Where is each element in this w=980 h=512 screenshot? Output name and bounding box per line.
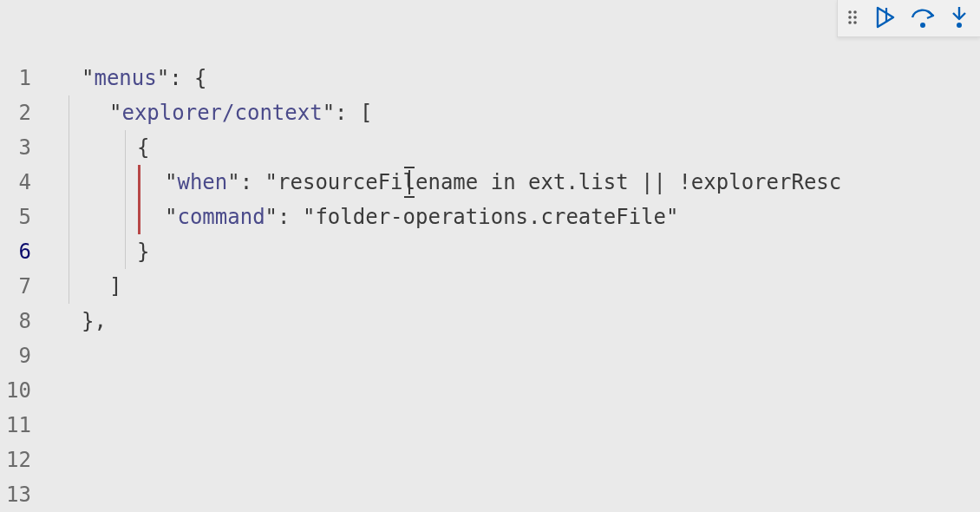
line-number: 1 xyxy=(0,61,31,95)
code-line[interactable]: }, xyxy=(38,304,980,338)
drag-handle-icon[interactable] xyxy=(846,8,862,27)
code-line[interactable]: "explorer/context": [ xyxy=(38,95,980,130)
editor-toolbar xyxy=(837,0,980,37)
svg-point-1 xyxy=(853,10,857,14)
code-line[interactable]: ] xyxy=(38,269,980,304)
code-line[interactable] xyxy=(38,373,980,408)
step-into-icon[interactable] xyxy=(949,5,970,30)
run-debug-icon[interactable] xyxy=(874,5,897,30)
line-number: 4 xyxy=(0,165,31,200)
line-number: 7 xyxy=(0,269,31,304)
code-content xyxy=(38,482,54,507)
line-number: 11 xyxy=(0,408,31,443)
svg-point-5 xyxy=(853,21,857,24)
line-number: 2 xyxy=(0,95,31,130)
code-content: } xyxy=(38,240,149,264)
code-line[interactable]: "when": "resourceFilename in ext.list ||… xyxy=(38,165,980,200)
line-number: 6 xyxy=(0,234,31,269)
code-content xyxy=(38,378,54,403)
code-content: "when": "resourceFilename in ext.list ||… xyxy=(38,170,841,194)
code-line[interactable] xyxy=(38,408,980,443)
code-content: "explorer/context": [ xyxy=(38,101,372,125)
line-number: 8 xyxy=(0,304,31,338)
svg-point-7 xyxy=(920,23,925,28)
line-number: 10 xyxy=(0,373,31,408)
code-area[interactable]: "menus": {"explorer/context": [{"when": … xyxy=(38,61,980,512)
line-number: 13 xyxy=(0,477,31,512)
code-line[interactable]: { xyxy=(38,130,980,165)
code-content: }, xyxy=(38,309,107,333)
svg-point-2 xyxy=(848,16,852,19)
code-line[interactable] xyxy=(38,477,980,512)
code-line[interactable] xyxy=(38,443,980,477)
svg-point-4 xyxy=(848,21,852,24)
code-content: ] xyxy=(38,274,121,299)
code-content: "command": "folder-operations.createFile… xyxy=(38,205,678,229)
step-over-icon[interactable] xyxy=(909,5,937,30)
code-editor[interactable]: 12345678910111213 "menus": {"explorer/co… xyxy=(0,0,980,512)
line-number: 5 xyxy=(0,200,31,234)
svg-point-9 xyxy=(957,23,962,28)
line-number-gutter: 12345678910111213 xyxy=(0,61,38,512)
svg-point-3 xyxy=(853,16,857,19)
code-content xyxy=(38,344,54,368)
code-line[interactable]: "menus": { xyxy=(38,61,980,95)
svg-point-0 xyxy=(848,10,852,14)
code-content xyxy=(38,413,54,437)
line-number: 9 xyxy=(0,338,31,373)
line-number: 3 xyxy=(0,130,31,165)
line-number: 12 xyxy=(0,443,31,477)
code-line[interactable]: } xyxy=(38,234,980,269)
code-content: { xyxy=(38,135,149,160)
code-content: "menus": { xyxy=(38,66,207,90)
code-content xyxy=(38,448,54,472)
code-line[interactable] xyxy=(38,338,980,373)
code-line[interactable]: "command": "folder-operations.createFile… xyxy=(38,200,980,234)
